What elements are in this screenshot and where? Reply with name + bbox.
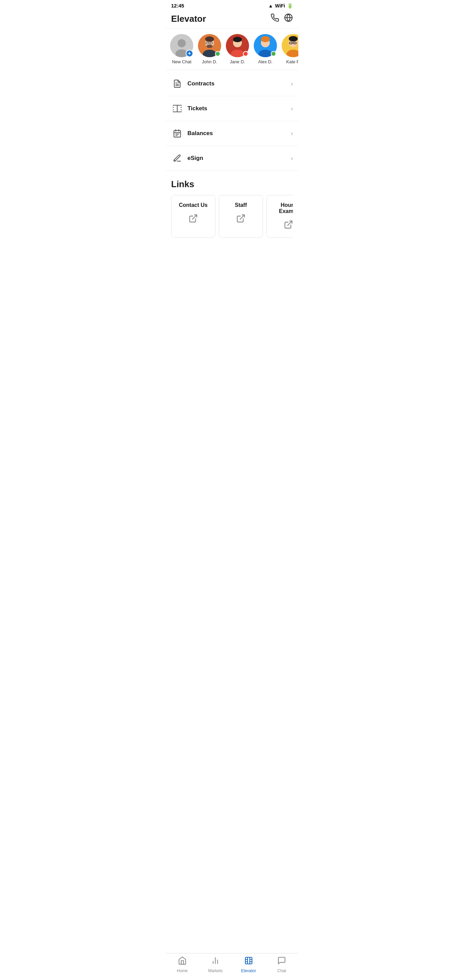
contact-new-chat[interactable]: + New Chat bbox=[170, 34, 194, 64]
battery-icon: 🔋 bbox=[287, 3, 293, 8]
svg-point-19 bbox=[261, 36, 270, 42]
header-actions bbox=[270, 13, 293, 24]
status-time: 12:45 bbox=[171, 3, 184, 8]
signal-icon: ▲ bbox=[269, 3, 273, 8]
alex-d-avatar-wrapper bbox=[254, 34, 277, 57]
svg-point-23 bbox=[289, 36, 298, 41]
svg-line-40 bbox=[288, 221, 292, 226]
contact-name-kate-p: Kate P. bbox=[286, 59, 298, 64]
contact-john-d[interactable]: John D. bbox=[198, 34, 221, 64]
app-header: Elevator bbox=[166, 10, 298, 29]
contact-name-alex-d: Alex D. bbox=[258, 59, 272, 64]
svg-line-38 bbox=[192, 215, 197, 220]
contracts-label: Contracts bbox=[188, 80, 291, 87]
contact-us-label: Contact Us bbox=[179, 202, 208, 208]
tickets-arrow: › bbox=[291, 105, 293, 112]
jane-d-avatar-wrapper bbox=[226, 34, 249, 57]
menu-item-esign[interactable]: eSign › bbox=[166, 146, 298, 171]
svg-point-12 bbox=[205, 37, 214, 42]
link-card-staff[interactable]: Staff bbox=[219, 195, 263, 237]
new-chat-avatar-wrapper: + bbox=[170, 34, 193, 57]
john-d-status bbox=[215, 51, 221, 56]
svg-point-11 bbox=[207, 45, 213, 48]
hours-exam-label: Hours Exam... bbox=[272, 202, 293, 215]
jane-d-status bbox=[243, 51, 248, 56]
wifi-icon: WiFi bbox=[275, 3, 285, 8]
tickets-icon bbox=[171, 102, 183, 115]
status-icons: ▲ WiFi 🔋 bbox=[269, 3, 293, 8]
staff-label: Staff bbox=[235, 202, 247, 208]
balances-arrow: › bbox=[291, 130, 293, 137]
globe-icon[interactable] bbox=[284, 13, 293, 24]
svg-point-3 bbox=[178, 39, 186, 47]
links-title: Links bbox=[171, 179, 293, 189]
contact-kate-p[interactable]: Kate P. bbox=[281, 34, 298, 64]
balances-icon bbox=[171, 127, 183, 140]
hours-exam-external-icon bbox=[284, 220, 293, 232]
alex-d-status bbox=[271, 51, 276, 56]
svg-line-39 bbox=[240, 215, 245, 220]
kate-p-avatar bbox=[282, 34, 298, 57]
menu-list: Contracts › Tickets › Balances › bbox=[166, 70, 298, 172]
contact-name-jane-d: Jane D. bbox=[230, 59, 245, 64]
contact-alex-d[interactable]: Alex D. bbox=[253, 34, 277, 64]
page-title: Elevator bbox=[171, 14, 206, 24]
esign-label: eSign bbox=[188, 155, 291, 162]
new-chat-badge: + bbox=[186, 50, 193, 57]
contact-name-john-d: John D. bbox=[202, 59, 218, 64]
kate-p-avatar-wrapper bbox=[282, 34, 298, 57]
staff-external-icon bbox=[236, 214, 246, 226]
link-card-hours-exam[interactable]: Hours Exam... bbox=[266, 195, 293, 237]
john-d-avatar-wrapper bbox=[198, 34, 221, 57]
contracts-icon bbox=[171, 78, 183, 90]
link-card-contact-us[interactable]: Contact Us bbox=[171, 195, 215, 237]
phone-icon[interactable] bbox=[270, 13, 279, 24]
esign-icon bbox=[171, 152, 183, 164]
balances-label: Balances bbox=[188, 130, 291, 137]
menu-item-tickets[interactable]: Tickets › bbox=[166, 96, 298, 121]
menu-item-balances[interactable]: Balances › bbox=[166, 121, 298, 146]
tickets-label: Tickets bbox=[188, 105, 291, 112]
contact-name-new-chat: New Chat bbox=[172, 59, 191, 64]
contact-jane-d[interactable]: Jane D. bbox=[226, 34, 249, 64]
contact-us-external-icon bbox=[189, 214, 198, 226]
contacts-row: + New Chat bbox=[166, 29, 298, 70]
contracts-arrow: › bbox=[291, 80, 293, 88]
menu-item-contracts[interactable]: Contracts › bbox=[166, 72, 298, 96]
svg-point-15 bbox=[233, 37, 242, 42]
links-grid: Contact Us Staff Hours Exam... bbox=[171, 195, 293, 237]
links-section: Links Contact Us Staff bbox=[166, 172, 298, 241]
status-bar: 12:45 ▲ WiFi 🔋 bbox=[166, 0, 298, 10]
esign-arrow: › bbox=[291, 155, 293, 162]
